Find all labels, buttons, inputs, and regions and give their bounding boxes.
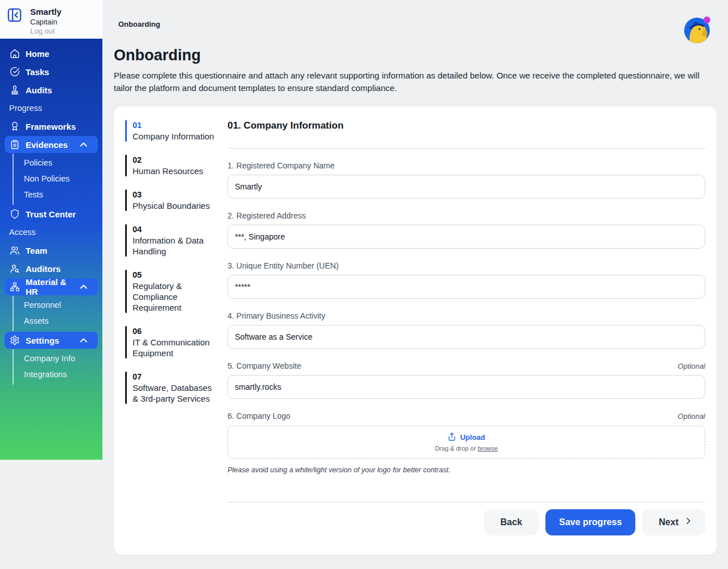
chevron-right-icon <box>684 517 693 527</box>
step-04-information-data-handling[interactable]: 04 Information & Data Handling <box>125 224 228 257</box>
company-information-form: 01. Company Information 1. Registered Co… <box>228 120 705 541</box>
chevron-up-icon <box>80 284 87 289</box>
form-heading: 01. Company Information <box>228 120 705 131</box>
dropzone-hint: Drag & drop or <box>435 445 476 452</box>
avatar[interactable] <box>684 17 710 44</box>
registered-company-name-input[interactable] <box>228 175 705 199</box>
shield-icon <box>10 209 20 219</box>
sidebar-item-settings[interactable]: Settings <box>5 332 98 349</box>
field-company-website: 5. Company Website Optional <box>228 361 705 399</box>
field-label: 2. Registered Address <box>228 211 306 220</box>
sidebar-item-label: Team <box>26 246 47 255</box>
gear-icon <box>10 335 20 345</box>
field-uen: 3. Unique Entity Number (UEN) <box>228 261 705 299</box>
onboarding-card: 01 Company Information 02 Human Resource… <box>114 106 717 555</box>
logo-note: Please avoid using a white/light version… <box>228 466 705 474</box>
sidebar-item-frameworks[interactable]: Frameworks <box>0 117 102 135</box>
material-hr-subgroup: Personnel Assets <box>13 296 102 331</box>
user-search-icon <box>10 263 20 274</box>
sidebar-item-tasks[interactable]: Tasks <box>0 63 102 81</box>
sidebar-item-assets[interactable]: Assets <box>14 313 102 329</box>
sidebar-item-auditors[interactable]: Auditors <box>0 259 102 278</box>
upload-icon <box>448 432 456 443</box>
field-registered-company-name: 1. Registered Company Name <box>228 161 705 199</box>
sidebar-item-tests[interactable]: Tests <box>14 187 102 203</box>
page-title: Onboarding <box>114 47 728 64</box>
sidebar-item-non-policies[interactable]: Non Policies <box>14 171 102 187</box>
sidebar-item-home[interactable]: Home <box>0 44 102 63</box>
sidebar-item-evidences[interactable]: Evidences <box>5 136 98 153</box>
sidebar-nav: Home Tasks Audits Progress <box>0 39 102 460</box>
sidebar-item-company-info[interactable]: Company Info <box>14 351 102 366</box>
chevron-up-icon <box>80 142 87 147</box>
next-button[interactable]: Next <box>642 509 705 535</box>
sidebar-item-label: Material & HR <box>26 277 75 296</box>
step-02-human-resources[interactable]: 02 Human Resources <box>125 155 228 176</box>
field-label: 1. Registered Company Name <box>228 161 334 170</box>
sidebar-item-label: Audits <box>26 85 52 95</box>
sidebar-item-team[interactable]: Team <box>0 241 102 259</box>
field-label: 3. Unique Entity Number (UEN) <box>228 261 338 270</box>
registered-address-input[interactable] <box>228 225 705 249</box>
page-description: Please complete this questionnaire and a… <box>114 69 715 94</box>
step-06-it-communication-equipment[interactable]: 06 IT & Communication Equipment <box>125 326 228 358</box>
notification-dot <box>704 17 710 23</box>
step-03-physical-boundaries[interactable]: 03 Physical Boundaries <box>125 189 228 211</box>
step-01-company-information[interactable]: 01 Company Information <box>125 120 228 142</box>
sidebar-item-trust-center[interactable]: Trust Center <box>0 205 102 223</box>
award-icon <box>10 121 20 131</box>
sidebar-item-label: Trust Center <box>26 209 76 219</box>
check-circle-icon <box>10 67 20 77</box>
sidebar-item-label: Evidences <box>26 140 68 150</box>
evidences-subgroup: Policies Non Policies Tests <box>13 154 102 205</box>
field-registered-address: 2. Registered Address <box>228 211 705 249</box>
sidebar-item-label: Tasks <box>26 67 49 77</box>
optional-badge: Optional <box>678 412 705 420</box>
uen-input[interactable] <box>228 275 705 299</box>
field-label: 4. Primary Business Activity <box>228 311 325 320</box>
field-label: 6. Company Logo <box>228 411 291 420</box>
main-content: Onboarding Onboarding Please complete th… <box>102 0 728 555</box>
settings-subgroup: Company Info Integrations <box>13 349 102 385</box>
stepper: 01 Company Information 02 Human Resource… <box>125 120 228 541</box>
divider <box>228 148 705 149</box>
sidebar-section-progress: Progress <box>0 99 102 117</box>
sidebar-section-access: Access <box>0 223 102 241</box>
primary-business-activity-input[interactable] <box>228 325 705 349</box>
optional-badge: Optional <box>678 362 705 370</box>
panel-collapse-icon[interactable] <box>7 7 22 23</box>
company-website-input[interactable] <box>228 375 705 399</box>
users-icon <box>10 245 20 255</box>
sidebar-item-audits[interactable]: Audits <box>0 81 102 99</box>
step-05-regulatory-compliance[interactable]: 05 Regulatory & Compliance Requirement <box>125 270 228 313</box>
divider <box>228 502 705 502</box>
step-07-software-databases-services[interactable]: 07 Software, Databases & 3rd-party Servi… <box>125 372 228 404</box>
breadcrumb: Onboarding <box>102 0 728 28</box>
sidebar-item-personnel[interactable]: Personnel <box>14 297 102 313</box>
logout-link[interactable]: Log out <box>30 27 61 35</box>
brand-block: Smartly Capitain Log out <box>0 0 102 39</box>
network-icon <box>10 282 20 292</box>
field-company-logo: 6. Company Logo Optional Upload <box>228 411 705 474</box>
sidebar-item-label: Home <box>26 49 49 59</box>
brand-plan: Capitain <box>30 18 61 26</box>
back-button[interactable]: Back <box>484 509 539 535</box>
field-label: 5. Company Website <box>228 361 301 370</box>
clipboard-icon <box>10 139 20 150</box>
home-icon <box>10 48 20 59</box>
stamp-icon <box>10 85 20 95</box>
browse-link[interactable]: browse <box>478 445 498 452</box>
save-progress-button[interactable]: Save progress <box>545 509 635 535</box>
sidebar-item-label: Settings <box>26 336 59 345</box>
upload-label: Upload <box>460 433 485 442</box>
sidebar-item-policies[interactable]: Policies <box>14 155 102 171</box>
sidebar-item-label: Auditors <box>26 264 61 274</box>
form-actions: Back Save progress Next <box>228 509 705 535</box>
sidebar-item-material-hr[interactable]: Material & HR <box>5 278 98 295</box>
sidebar-item-integrations[interactable]: Integrations <box>14 366 102 382</box>
field-primary-business-activity: 4. Primary Business Activity <box>228 311 705 349</box>
chevron-up-icon <box>80 338 87 343</box>
sidebar-item-label: Frameworks <box>26 122 76 131</box>
logo-dropzone[interactable]: Upload Drag & drop or browse <box>228 426 705 459</box>
sidebar: Smartly Capitain Log out Home Tasks <box>0 0 102 569</box>
